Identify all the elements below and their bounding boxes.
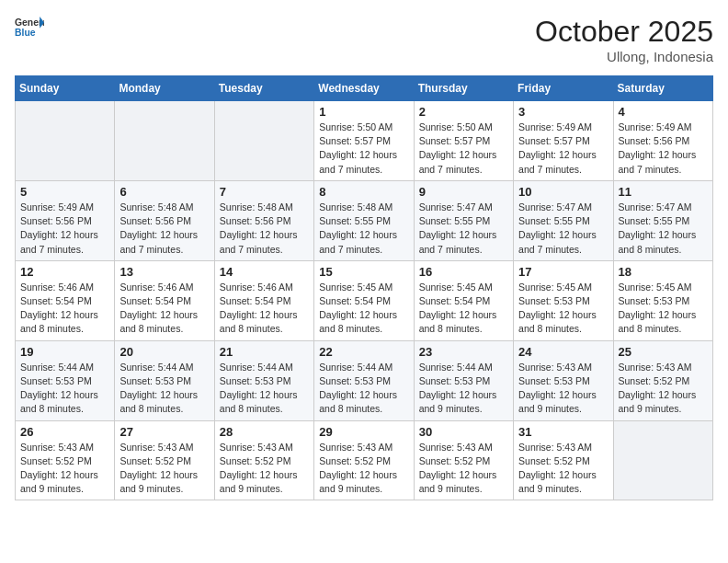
day-number: 6 bbox=[119, 185, 209, 199]
day-number: 19 bbox=[20, 345, 109, 359]
day-info: Sunrise: 5:44 AM Sunset: 5:53 PM Dayligh… bbox=[20, 361, 109, 417]
day-number: 2 bbox=[419, 105, 508, 119]
calendar-cell: 1Sunrise: 5:50 AM Sunset: 5:57 PM Daylig… bbox=[314, 101, 414, 181]
day-info: Sunrise: 5:46 AM Sunset: 5:54 PM Dayligh… bbox=[119, 281, 209, 337]
calendar-cell: 22Sunrise: 5:44 AM Sunset: 5:53 PM Dayli… bbox=[314, 340, 414, 420]
calendar-cell: 13Sunrise: 5:46 AM Sunset: 5:54 PM Dayli… bbox=[115, 260, 214, 340]
calendar-week-row: 12Sunrise: 5:46 AM Sunset: 5:54 PM Dayli… bbox=[16, 260, 713, 340]
calendar-cell: 21Sunrise: 5:44 AM Sunset: 5:53 PM Dayli… bbox=[214, 340, 313, 420]
day-info: Sunrise: 5:43 AM Sunset: 5:52 PM Dayligh… bbox=[20, 441, 109, 497]
day-number: 29 bbox=[319, 425, 408, 439]
day-number: 3 bbox=[518, 105, 608, 119]
logo: General Blue bbox=[15, 15, 48, 40]
weekday-header: Sunday bbox=[16, 76, 115, 101]
day-number: 31 bbox=[518, 425, 608, 439]
day-info: Sunrise: 5:45 AM Sunset: 5:54 PM Dayligh… bbox=[319, 281, 408, 337]
day-info: Sunrise: 5:46 AM Sunset: 5:54 PM Dayligh… bbox=[20, 281, 109, 337]
day-number: 18 bbox=[619, 265, 708, 279]
calendar-cell: 20Sunrise: 5:44 AM Sunset: 5:53 PM Dayli… bbox=[115, 340, 214, 420]
day-info: Sunrise: 5:46 AM Sunset: 5:54 PM Dayligh… bbox=[220, 281, 309, 337]
day-number: 27 bbox=[119, 425, 209, 439]
location-title: Ullong, Indonesia bbox=[535, 49, 713, 64]
calendar-cell: 6Sunrise: 5:48 AM Sunset: 5:56 PM Daylig… bbox=[115, 180, 214, 260]
calendar-cell: 4Sunrise: 5:49 AM Sunset: 5:56 PM Daylig… bbox=[613, 101, 712, 181]
day-info: Sunrise: 5:45 AM Sunset: 5:53 PM Dayligh… bbox=[619, 281, 708, 337]
day-number: 7 bbox=[220, 185, 309, 199]
calendar-cell: 17Sunrise: 5:45 AM Sunset: 5:53 PM Dayli… bbox=[514, 260, 613, 340]
day-info: Sunrise: 5:47 AM Sunset: 5:55 PM Dayligh… bbox=[518, 201, 608, 257]
day-number: 28 bbox=[220, 425, 309, 439]
day-number: 8 bbox=[319, 185, 408, 199]
day-info: Sunrise: 5:45 AM Sunset: 5:54 PM Dayligh… bbox=[419, 281, 508, 337]
calendar-cell: 3Sunrise: 5:49 AM Sunset: 5:57 PM Daylig… bbox=[514, 101, 613, 181]
calendar-cell: 8Sunrise: 5:48 AM Sunset: 5:55 PM Daylig… bbox=[314, 180, 414, 260]
day-info: Sunrise: 5:50 AM Sunset: 5:57 PM Dayligh… bbox=[419, 121, 508, 177]
day-info: Sunrise: 5:49 AM Sunset: 5:57 PM Dayligh… bbox=[518, 121, 608, 177]
day-number: 21 bbox=[220, 345, 309, 359]
calendar-cell: 18Sunrise: 5:45 AM Sunset: 5:53 PM Dayli… bbox=[613, 260, 712, 340]
day-info: Sunrise: 5:43 AM Sunset: 5:52 PM Dayligh… bbox=[119, 441, 209, 497]
day-info: Sunrise: 5:43 AM Sunset: 5:52 PM Dayligh… bbox=[220, 441, 309, 497]
day-info: Sunrise: 5:43 AM Sunset: 5:52 PM Dayligh… bbox=[419, 441, 508, 497]
day-number: 14 bbox=[220, 265, 309, 279]
day-info: Sunrise: 5:49 AM Sunset: 5:56 PM Dayligh… bbox=[20, 201, 109, 257]
day-info: Sunrise: 5:49 AM Sunset: 5:56 PM Dayligh… bbox=[619, 121, 708, 177]
day-number: 23 bbox=[419, 345, 508, 359]
day-info: Sunrise: 5:44 AM Sunset: 5:53 PM Dayligh… bbox=[220, 361, 309, 417]
calendar-cell: 5Sunrise: 5:49 AM Sunset: 5:56 PM Daylig… bbox=[16, 180, 115, 260]
day-info: Sunrise: 5:48 AM Sunset: 5:56 PM Dayligh… bbox=[220, 201, 309, 257]
day-info: Sunrise: 5:43 AM Sunset: 5:52 PM Dayligh… bbox=[518, 441, 608, 497]
day-number: 5 bbox=[20, 185, 109, 199]
day-info: Sunrise: 5:44 AM Sunset: 5:53 PM Dayligh… bbox=[119, 361, 209, 417]
calendar-cell: 24Sunrise: 5:43 AM Sunset: 5:53 PM Dayli… bbox=[514, 340, 613, 420]
day-info: Sunrise: 5:47 AM Sunset: 5:55 PM Dayligh… bbox=[419, 201, 508, 257]
calendar-cell: 29Sunrise: 5:43 AM Sunset: 5:52 PM Dayli… bbox=[314, 420, 414, 500]
calendar-cell: 27Sunrise: 5:43 AM Sunset: 5:52 PM Dayli… bbox=[115, 420, 214, 500]
calendar-cell: 7Sunrise: 5:48 AM Sunset: 5:56 PM Daylig… bbox=[214, 180, 313, 260]
calendar-week-row: 1Sunrise: 5:50 AM Sunset: 5:57 PM Daylig… bbox=[16, 101, 713, 181]
calendar-cell: 16Sunrise: 5:45 AM Sunset: 5:54 PM Dayli… bbox=[414, 260, 513, 340]
day-info: Sunrise: 5:44 AM Sunset: 5:53 PM Dayligh… bbox=[419, 361, 508, 417]
calendar-week-row: 5Sunrise: 5:49 AM Sunset: 5:56 PM Daylig… bbox=[16, 180, 713, 260]
day-info: Sunrise: 5:47 AM Sunset: 5:55 PM Dayligh… bbox=[619, 201, 708, 257]
day-number: 13 bbox=[119, 265, 209, 279]
day-info: Sunrise: 5:48 AM Sunset: 5:55 PM Dayligh… bbox=[319, 201, 408, 257]
calendar-cell bbox=[16, 101, 115, 181]
calendar-cell: 31Sunrise: 5:43 AM Sunset: 5:52 PM Dayli… bbox=[514, 420, 613, 500]
calendar-cell: 19Sunrise: 5:44 AM Sunset: 5:53 PM Dayli… bbox=[16, 340, 115, 420]
svg-text:Blue: Blue bbox=[15, 28, 36, 38]
weekday-header: Tuesday bbox=[214, 76, 313, 101]
day-number: 24 bbox=[518, 345, 608, 359]
day-info: Sunrise: 5:43 AM Sunset: 5:52 PM Dayligh… bbox=[619, 361, 708, 417]
calendar-table: SundayMondayTuesdayWednesdayThursdayFrid… bbox=[15, 75, 713, 500]
day-number: 22 bbox=[319, 345, 408, 359]
day-number: 30 bbox=[419, 425, 508, 439]
calendar-cell bbox=[115, 101, 214, 181]
calendar-week-row: 19Sunrise: 5:44 AM Sunset: 5:53 PM Dayli… bbox=[16, 340, 713, 420]
calendar-cell bbox=[214, 101, 313, 181]
month-title: October 2025 bbox=[535, 15, 713, 49]
title-area: October 2025 Ullong, Indonesia bbox=[535, 15, 713, 64]
day-info: Sunrise: 5:45 AM Sunset: 5:53 PM Dayligh… bbox=[518, 281, 608, 337]
calendar-cell: 10Sunrise: 5:47 AM Sunset: 5:55 PM Dayli… bbox=[514, 180, 613, 260]
day-number: 10 bbox=[518, 185, 608, 199]
logo-icon: General Blue bbox=[15, 15, 44, 40]
weekday-header: Monday bbox=[115, 76, 214, 101]
header: General Blue October 2025 Ullong, Indone… bbox=[15, 15, 713, 64]
day-number: 1 bbox=[319, 105, 408, 119]
day-number: 17 bbox=[518, 265, 608, 279]
day-number: 26 bbox=[20, 425, 109, 439]
day-number: 4 bbox=[619, 105, 708, 119]
calendar-cell: 15Sunrise: 5:45 AM Sunset: 5:54 PM Dayli… bbox=[314, 260, 414, 340]
calendar-week-row: 26Sunrise: 5:43 AM Sunset: 5:52 PM Dayli… bbox=[16, 420, 713, 500]
calendar-cell: 23Sunrise: 5:44 AM Sunset: 5:53 PM Dayli… bbox=[414, 340, 513, 420]
calendar-cell: 30Sunrise: 5:43 AM Sunset: 5:52 PM Dayli… bbox=[414, 420, 513, 500]
day-number: 16 bbox=[419, 265, 508, 279]
day-number: 12 bbox=[20, 265, 109, 279]
day-info: Sunrise: 5:48 AM Sunset: 5:56 PM Dayligh… bbox=[119, 201, 209, 257]
weekday-header: Wednesday bbox=[314, 76, 414, 101]
day-info: Sunrise: 5:44 AM Sunset: 5:53 PM Dayligh… bbox=[319, 361, 408, 417]
day-number: 15 bbox=[319, 265, 408, 279]
day-info: Sunrise: 5:43 AM Sunset: 5:53 PM Dayligh… bbox=[518, 361, 608, 417]
calendar-cell: 28Sunrise: 5:43 AM Sunset: 5:52 PM Dayli… bbox=[214, 420, 313, 500]
